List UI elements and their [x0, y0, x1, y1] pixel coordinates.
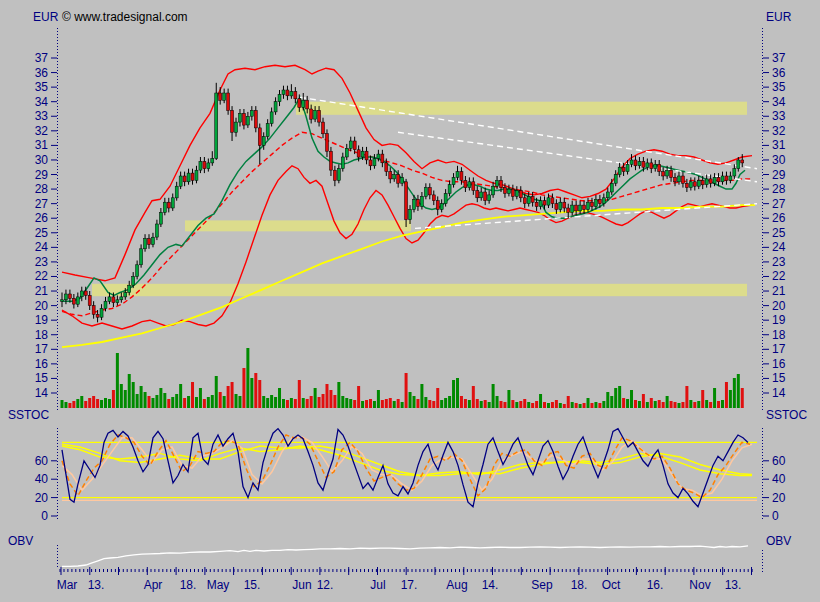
volume-bar: [155, 395, 158, 408]
x-axis-label: Mar: [57, 578, 78, 592]
volume-bar: [571, 402, 574, 408]
candle-body-up: [155, 224, 158, 237]
volume-bar: [124, 390, 127, 408]
volume-bar: [626, 399, 629, 408]
price-tick-label-right: 34: [772, 95, 786, 109]
candle-body-up: [729, 176, 732, 180]
volume-bar: [72, 401, 75, 408]
candle-body-up: [211, 159, 214, 163]
candle-body-up: [314, 110, 317, 119]
candle-body-up: [488, 195, 491, 201]
price-tick-label-left: 18: [35, 328, 49, 342]
candle-body-down: [92, 306, 95, 315]
x-axis-label: 17.: [401, 578, 418, 592]
volume-bar: [353, 400, 356, 408]
volume-bar: [163, 393, 166, 408]
candle-body-down: [112, 297, 115, 303]
volume-bar: [159, 388, 162, 408]
candle-body-up: [527, 196, 530, 203]
candle-body-down: [227, 93, 230, 111]
candle-body-up: [274, 102, 277, 112]
x-axis-label: Sep: [531, 578, 553, 592]
volume-bar: [345, 398, 348, 408]
volume-bar: [116, 353, 119, 408]
price-tick-label-right: 21: [772, 284, 786, 298]
candle-body-up: [507, 189, 510, 193]
candle-body-down: [84, 291, 87, 295]
price-tick-label-left: 21: [35, 284, 49, 298]
candle-body-down: [535, 202, 538, 206]
volume-bar: [235, 394, 238, 408]
volume-bar: [393, 401, 396, 408]
volume-bar: [278, 388, 281, 408]
volume-bar: [325, 384, 328, 408]
x-axis-label: Nov: [689, 578, 710, 592]
candle-body-down: [96, 314, 99, 317]
volume-bar: [365, 400, 368, 408]
candle-body-up: [151, 237, 154, 244]
candle-body-up: [496, 180, 499, 186]
volume-bar: [488, 402, 491, 408]
candle-body-up: [282, 90, 285, 94]
volume-bar: [401, 402, 404, 408]
volume-bar: [203, 399, 206, 408]
volume-bar: [670, 401, 673, 408]
candle-body-up: [515, 191, 518, 197]
candle-body-up: [377, 154, 380, 158]
candle-body-down: [148, 239, 151, 245]
sstoc-tick-label-left: 60: [35, 454, 49, 468]
price-tick-label-right: 35: [772, 80, 786, 94]
volume-bar: [258, 380, 261, 408]
candle-body-up: [420, 196, 423, 206]
candle-body-up: [144, 239, 147, 249]
candle-body-up: [175, 186, 178, 198]
candle-body-down: [622, 167, 625, 171]
volume-bar: [709, 402, 712, 408]
candle-body-up: [223, 93, 226, 100]
volume-bar: [377, 390, 380, 408]
volume-bar: [460, 396, 463, 408]
price-tick-label-left: 29: [35, 168, 49, 182]
price-tick-label-left: 17: [35, 342, 49, 356]
volume-bar: [100, 400, 103, 408]
candle-body-down: [258, 128, 261, 145]
volume-bar: [80, 396, 83, 408]
volume-bar: [610, 396, 613, 408]
candle-body-up: [413, 199, 416, 209]
volume-bar: [428, 400, 431, 408]
volume-bar: [397, 399, 400, 408]
candle-body-down: [634, 160, 637, 166]
candle-body-up: [195, 170, 198, 180]
candle-body-up: [302, 100, 305, 107]
candle-body-up: [116, 300, 119, 303]
volume-bar: [689, 400, 692, 408]
price-tick-label-left: 33: [35, 109, 49, 123]
obv-panel-label-right: OBV: [766, 534, 791, 548]
sstoc-tick-label-right: 60: [772, 454, 786, 468]
volume-bar: [132, 382, 135, 408]
price-tick-label-left: 15: [35, 371, 49, 385]
volume-bar: [167, 399, 170, 408]
x-axis-label: 13.: [88, 578, 105, 592]
price-axis-unit-left: EUR: [33, 10, 59, 24]
highlight-band-3: [92, 284, 747, 296]
price-tick-label-right: 30: [772, 153, 786, 167]
volume-bar: [385, 399, 388, 408]
volume-bar: [634, 400, 637, 408]
candle-body-down: [575, 205, 578, 211]
volume-bar: [547, 403, 550, 408]
volume-bar: [207, 397, 210, 408]
candle-body-up: [393, 175, 396, 179]
candle-body-up: [278, 94, 281, 101]
candle-body-up: [424, 188, 427, 197]
volume-bar: [567, 396, 570, 408]
candle-body-up: [480, 192, 483, 198]
candle-body-down: [658, 164, 661, 171]
x-axis-label: May: [207, 578, 230, 592]
volume-bar: [650, 398, 653, 408]
candle-body-up: [341, 157, 344, 169]
volume-bar: [262, 396, 265, 408]
volume-bar: [646, 402, 649, 408]
candle-body-down: [590, 202, 593, 206]
candle-body-up: [136, 265, 139, 277]
